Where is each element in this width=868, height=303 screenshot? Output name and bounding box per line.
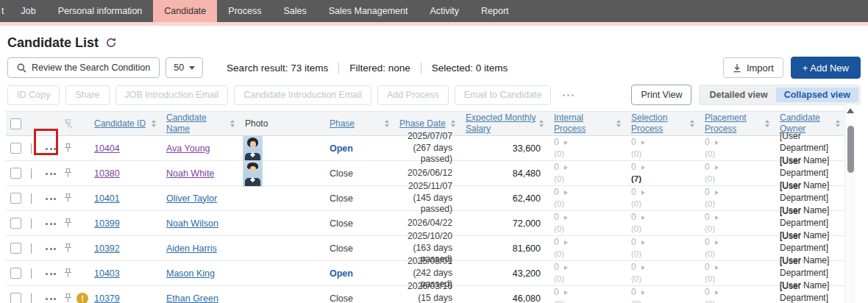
scroll-up-icon[interactable]: [847, 108, 854, 113]
nav-tab-sales[interactable]: Sales: [272, 0, 317, 22]
column-header-internal-process[interactable]: Internal Process: [548, 112, 625, 135]
expand-triangle-icon[interactable]: [715, 240, 719, 245]
sort-icon[interactable]: [385, 120, 389, 127]
nav-tab-activity[interactable]: Activity: [419, 0, 470, 22]
expand-triangle-icon[interactable]: [715, 140, 719, 145]
row-checkbox[interactable]: [10, 143, 21, 154]
add-new-button[interactable]: + Add New: [791, 57, 861, 79]
expand-triangle-icon[interactable]: [641, 140, 645, 145]
candidate-name-link[interactable]: Ethan Green: [166, 293, 218, 303]
pin-icon[interactable]: [63, 143, 73, 154]
candidate-id-link[interactable]: 10379: [94, 293, 120, 303]
vertical-scrollbar[interactable]: [844, 104, 855, 303]
expand-triangle-icon[interactable]: [564, 265, 568, 270]
candidate-name-link[interactable]: Aiden Harris: [166, 243, 217, 254]
row-actions-icon[interactable]: [43, 193, 57, 204]
row-actions-icon[interactable]: [43, 243, 57, 254]
column-header-selection-process[interactable]: Selection Process: [625, 112, 699, 135]
chevron-down-icon[interactable]: [31, 193, 32, 204]
chevron-down-icon[interactable]: [31, 143, 32, 154]
nav-tab-partial[interactable]: t: [0, 0, 10, 22]
pin-icon[interactable]: [63, 268, 73, 279]
pin-icon[interactable]: [63, 168, 73, 179]
row-actions-icon[interactable]: [43, 218, 57, 229]
select-all-checkbox[interactable]: [10, 118, 21, 129]
sort-icon[interactable]: [765, 120, 769, 127]
sort-icon[interactable]: [152, 120, 156, 127]
expand-triangle-icon[interactable]: [715, 265, 719, 270]
candidate-introduction-email-button[interactable]: Candidate Introduction Email: [234, 85, 371, 105]
column-header-placement-process[interactable]: Placement Process: [699, 112, 774, 135]
row-checkbox[interactable]: [10, 243, 21, 254]
expand-triangle-icon[interactable]: [564, 190, 568, 195]
chevron-down-icon[interactable]: [31, 218, 32, 229]
row-checkbox[interactable]: [10, 293, 21, 303]
expand-triangle-icon[interactable]: [641, 190, 645, 195]
sort-icon[interactable]: [616, 120, 621, 127]
scrollbar-thumb[interactable]: [847, 126, 854, 173]
add-process-button[interactable]: Add Process: [377, 85, 449, 105]
row-actions-icon[interactable]: [43, 268, 57, 279]
expand-triangle-icon[interactable]: [564, 240, 568, 245]
nav-tab-personal-information[interactable]: Personal information: [47, 0, 154, 22]
expand-triangle-icon[interactable]: [641, 215, 645, 220]
expand-triangle-icon[interactable]: [715, 215, 719, 220]
pin-icon[interactable]: [63, 293, 73, 303]
expand-triangle-icon[interactable]: [641, 165, 645, 170]
nav-tab-process[interactable]: Process: [217, 0, 272, 22]
candidate-id-link[interactable]: 10401: [94, 193, 120, 204]
row-checkbox[interactable]: [10, 168, 21, 179]
column-header-candidate-id[interactable]: Candidate ID: [88, 112, 160, 135]
candidate-name-link[interactable]: Noah White: [166, 168, 214, 179]
nav-tab-sales-management[interactable]: Sales Management: [318, 0, 419, 22]
candidate-id-link[interactable]: 10399: [94, 218, 120, 229]
expand-triangle-icon[interactable]: [564, 290, 568, 295]
page-size-select[interactable]: 50: [166, 57, 203, 78]
nav-tab-report[interactable]: Report: [470, 0, 520, 22]
chevron-down-icon[interactable]: [31, 268, 32, 279]
refresh-icon[interactable]: [105, 37, 117, 49]
candidate-name-link[interactable]: Mason King: [166, 268, 215, 279]
expand-triangle-icon[interactable]: [564, 140, 568, 145]
sort-icon[interactable]: [539, 120, 544, 127]
candidate-name-link[interactable]: Ava Young: [166, 143, 210, 154]
review-search-condition-button[interactable]: Review the Search Condition: [7, 57, 160, 78]
expand-triangle-icon[interactable]: [641, 265, 645, 270]
expand-triangle-icon[interactable]: [641, 240, 645, 245]
chevron-down-icon[interactable]: [31, 243, 32, 254]
collapsed-view-button[interactable]: Collapsed view: [776, 88, 858, 102]
column-header-expected-monthly-salary[interactable]: Expected Monthly Salary: [460, 112, 548, 135]
sort-icon[interactable]: [836, 120, 840, 127]
job-introduction-email-button[interactable]: JOB Introduction Email: [115, 85, 229, 105]
import-button[interactable]: Import: [723, 57, 783, 78]
chevron-down-icon[interactable]: [31, 168, 32, 179]
row-actions-icon[interactable]: [43, 293, 57, 303]
candidate-id-link[interactable]: 10380: [94, 168, 120, 179]
chevron-down-icon[interactable]: [31, 293, 32, 303]
candidate-name-link[interactable]: Oliver Taylor: [166, 193, 217, 204]
expand-triangle-icon[interactable]: [715, 165, 719, 170]
expand-triangle-icon[interactable]: [564, 215, 568, 220]
column-header-phase[interactable]: Phase: [324, 112, 394, 135]
candidate-id-link[interactable]: 10404: [94, 143, 120, 154]
id-copy-button[interactable]: ID Copy: [7, 85, 60, 105]
column-header-candidate-name[interactable]: Candidate Name: [160, 112, 239, 135]
expand-triangle-icon[interactable]: [641, 290, 645, 295]
sort-icon[interactable]: [451, 120, 455, 127]
row-actions-icon[interactable]: [43, 168, 57, 179]
header-caret-down-icon[interactable]: [25, 118, 31, 129]
sort-icon[interactable]: [690, 120, 694, 127]
nav-tab-job[interactable]: Job: [10, 0, 46, 22]
expand-triangle-icon[interactable]: [564, 165, 568, 170]
pin-icon[interactable]: [63, 193, 73, 204]
row-checkbox[interactable]: [10, 218, 21, 229]
sort-icon[interactable]: [230, 120, 235, 127]
candidate-id-link[interactable]: 10403: [94, 268, 120, 279]
nav-tab-candidate[interactable]: Candidate: [153, 0, 217, 22]
pin-icon[interactable]: [63, 243, 73, 254]
row-checkbox[interactable]: [10, 193, 21, 204]
expand-triangle-icon[interactable]: [715, 290, 719, 295]
email-to-candidate-button[interactable]: Email to Candidate: [455, 85, 552, 105]
share-button[interactable]: Share: [65, 85, 109, 105]
pin-icon[interactable]: [63, 218, 73, 229]
